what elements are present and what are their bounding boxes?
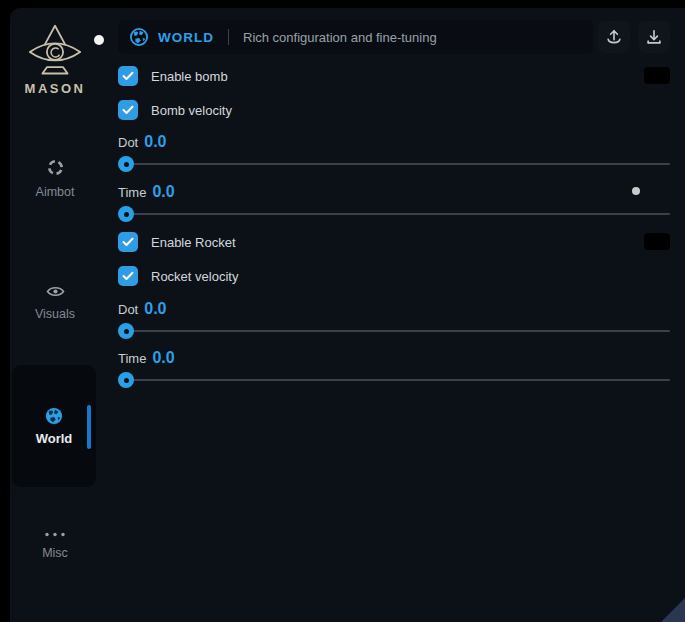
enable-rocket-row: Enable Rocket <box>118 232 670 252</box>
sidebar-item-label: World <box>12 431 96 446</box>
thumb-dot <box>124 378 129 383</box>
checkbox-label: Enable Rocket <box>151 235 236 250</box>
page-header: WORLD Rich configuration and fine-tuning <box>118 20 593 54</box>
slider-label: Time <box>118 351 146 366</box>
divider <box>228 29 229 45</box>
rocket-dot-slider[interactable] <box>118 323 670 339</box>
slider-track <box>118 213 670 215</box>
bomb-dot-slider-group: Dot0.0 <box>118 133 670 172</box>
download-icon <box>645 28 663 46</box>
globe-icon <box>130 28 148 46</box>
all-seeing-eye-logo-icon <box>26 24 84 78</box>
page-title: WORLD <box>158 30 214 45</box>
bomb-color-swatch[interactable] <box>644 67 670 84</box>
slider-value: 0.0 <box>144 300 166 317</box>
slider-thumb[interactable] <box>118 372 134 388</box>
rocket-time-slider-group: Time0.0 <box>118 349 670 388</box>
slider-label: Dot <box>118 302 138 317</box>
check-icon <box>122 271 134 281</box>
rocket-velocity-checkbox[interactable] <box>118 266 138 286</box>
import-config-button[interactable] <box>638 21 670 53</box>
ellipsis-icon <box>44 532 66 537</box>
sidebar-item-aimbot[interactable]: Aimbot <box>10 159 100 200</box>
slider-value: 0.0 <box>152 183 174 200</box>
bomb-velocity-row: Bomb velocity <box>118 100 670 120</box>
check-icon <box>122 71 134 81</box>
bomb-dot-slider[interactable] <box>118 156 670 172</box>
slider-track <box>118 163 670 165</box>
enable-rocket-checkbox[interactable] <box>118 232 138 252</box>
checkbox-label: Bomb velocity <box>151 103 232 118</box>
slider-value: 0.0 <box>144 133 166 150</box>
thumb-dot <box>124 329 129 334</box>
rocket-color-swatch[interactable] <box>644 233 670 250</box>
checkbox-label: Enable bomb <box>151 69 228 84</box>
rocket-dot-slider-group: Dot0.0 <box>118 300 670 339</box>
thumb-dot <box>124 162 129 167</box>
slider-thumb[interactable] <box>118 156 134 172</box>
rocket-velocity-row: Rocket velocity <box>118 266 670 286</box>
checkbox-label: Rocket velocity <box>151 269 238 284</box>
app-logo: MASON <box>10 24 100 96</box>
eye-icon <box>46 285 65 298</box>
crosshair-icon <box>47 159 64 176</box>
slider-thumb[interactable] <box>118 323 134 339</box>
export-config-button[interactable] <box>598 21 630 53</box>
main-panel: WORLD Rich configuration and fine-tuning <box>118 8 670 622</box>
sidebar-item-misc[interactable]: Misc <box>10 532 100 561</box>
slider-track <box>118 330 670 332</box>
enable-bomb-row: Enable bomb <box>118 66 670 86</box>
bomb-velocity-checkbox[interactable] <box>118 100 138 120</box>
app-window: MASON Aimbot Visuals World <box>10 8 685 622</box>
cursor-dot <box>94 35 104 45</box>
sidebar-item-label: Visuals <box>35 307 75 321</box>
sidebar-item-visuals[interactable]: Visuals <box>10 285 100 322</box>
active-tab-indicator <box>87 405 91 449</box>
check-icon <box>122 105 134 115</box>
page-subtitle: Rich configuration and fine-tuning <box>243 30 437 45</box>
slider-thumb[interactable] <box>118 206 134 222</box>
slider-label: Time <box>118 185 146 200</box>
bomb-time-slider[interactable] <box>118 206 670 222</box>
globe-icon <box>45 407 63 425</box>
bomb-time-slider-group: Time0.0 <box>118 183 670 222</box>
brand-name: MASON <box>10 81 100 96</box>
sidebar-item-label: Aimbot <box>36 185 75 199</box>
corner-accent <box>661 598 685 622</box>
check-icon <box>122 237 134 247</box>
thumb-dot <box>124 212 129 217</box>
cursor-dot <box>632 187 640 195</box>
upload-icon <box>605 28 623 46</box>
rocket-time-slider[interactable] <box>118 372 670 388</box>
sidebar: MASON Aimbot Visuals World <box>10 8 108 622</box>
slider-track <box>118 379 670 381</box>
sidebar-item-world[interactable]: World <box>12 365 96 487</box>
slider-label: Dot <box>118 135 138 150</box>
enable-bomb-checkbox[interactable] <box>118 66 138 86</box>
slider-value: 0.0 <box>152 349 174 366</box>
sidebar-item-label: Misc <box>42 546 68 560</box>
